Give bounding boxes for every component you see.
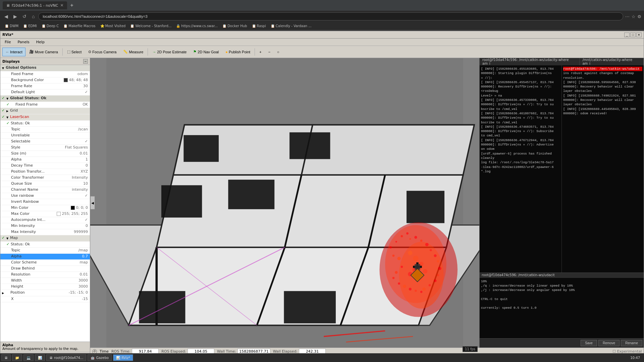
toolbar-interact-btn[interactable]: ↔ Interact — [2, 48, 25, 56]
taskbar-terminal[interactable]: 💻 — [23, 354, 34, 361]
tree-ls-max-intensity[interactable]: Max Intensity 999999 — [0, 229, 90, 235]
tree-fixed-frame[interactable]: Fixed Frame odom — [0, 71, 90, 77]
tree-ls-rainbow[interactable]: Use rainbow ✓ — [0, 193, 90, 199]
displays-tree[interactable]: ▼ Global Options Fixed Frame odom Backgr… — [0, 65, 90, 342]
taskbar-rviz-item[interactable]: 📊 RViz* — [113, 354, 133, 361]
tree-map-color-scheme[interactable]: Color Scheme map — [0, 260, 90, 266]
tree-grid[interactable]: ✓ ▶ Grid — [0, 108, 90, 114]
expand-global-options-icon[interactable]: ▼ — [1, 65, 5, 71]
settings-icon[interactable]: ⚙ — [637, 14, 641, 19]
bookmark-edmi[interactable]: 📋EDMI — [21, 24, 39, 28]
tree-map-alpha[interactable]: Alpha 0.7 — [0, 254, 90, 260]
tree-ls-color-transform[interactable]: Color Transformer Intensity — [0, 175, 90, 181]
menu-help[interactable]: Help — [33, 39, 48, 45]
toolbar-focus-btn[interactable]: ⊙ Focus Camera — [85, 48, 119, 56]
tree-map-resolution[interactable]: Resolution 0.01 — [0, 272, 90, 278]
tree-map-pos-x[interactable]: X -15 — [0, 296, 90, 302]
tree-ls-min-color[interactable]: Min Color 0; 0; 0 — [0, 205, 90, 211]
expand-map-icon[interactable]: ▼ — [5, 236, 9, 241]
tree-ls-unreliable[interactable]: Unreliable — [0, 133, 90, 139]
tree-default-light[interactable]: Default Light ✓ — [0, 89, 90, 96]
tree-ls-pos-transform[interactable]: Position Transfor... XYZ — [0, 169, 90, 175]
tree-map-draw-behind[interactable]: Draw Behind — [0, 266, 90, 272]
terminal-tab-2[interactable]: /mnt/catkin-ws/udacity-where am_i — [580, 58, 644, 65]
expand-grid-icon[interactable]: ▶ — [5, 108, 9, 114]
expand-position-icon[interactable]: ▶ — [1, 290, 5, 296]
terminal-left-pane[interactable]: [ INFO] [1582886635.455183685, 813.784 0… — [480, 65, 562, 273]
bookmark-docker[interactable]: 📋Docker Hub — [220, 24, 249, 28]
rviz-maximize-btn[interactable]: □ — [630, 33, 636, 37]
tree-ls-status[interactable]: ✓ Status: Ok — [0, 121, 90, 127]
home-button[interactable]: ⌂ — [30, 13, 36, 20]
toolbar-minus-btn[interactable]: − — [265, 48, 273, 56]
tree-map-topic[interactable]: Topic /map — [0, 248, 90, 254]
tree-ls-style[interactable]: Style Flat Squares — [0, 145, 90, 151]
taskbar-terminal-item[interactable]: 🖥 root@f10da474... — [46, 354, 86, 361]
bookmark-makefile[interactable]: 📋Makefile Macros — [61, 24, 97, 28]
bottom-terminal[interactable]: 10% ,/q : increase/decrease only linear … — [480, 278, 644, 338]
url-bar[interactable] — [38, 12, 623, 20]
toolbar-select-btn[interactable]: ⬚ Select — [64, 48, 85, 56]
forward-button[interactable]: ▶ — [12, 13, 19, 20]
toolbar-circle-btn[interactable]: ○ — [274, 48, 282, 56]
bookmark-deepc[interactable]: 📋Deep C — [40, 24, 61, 28]
taskbar-gazebo-item[interactable]: 🤖 Gazebo — [88, 354, 112, 361]
toolbar-plus-btn[interactable]: + — [256, 48, 264, 56]
viewport-collapse-arrow[interactable]: ◀ — [90, 196, 95, 209]
tree-ls-selectable[interactable]: Selectable ✓ — [0, 139, 90, 145]
tree-ls-channel[interactable]: Channel Name intensity — [0, 187, 90, 193]
3d-viewport[interactable]: ◀ — [90, 58, 479, 348]
back-button[interactable]: ◀ — [3, 13, 10, 20]
tree-map[interactable]: ✓ ▼ Map — [0, 235, 90, 242]
tree-ls-autocompute[interactable]: Autocompute Int... ✓ — [0, 217, 90, 223]
taskbar-rviz-icon[interactable]: 📊 — [35, 354, 45, 361]
menu-file[interactable]: File — [2, 39, 14, 45]
toolbar-nav-goal-btn[interactable]: ⚑ 2D Nav Goal — [190, 48, 222, 56]
toolbar-move-camera-btn[interactable]: 🎥 Move Camera — [26, 48, 61, 56]
toolbar-measure-btn[interactable]: 📏 Measure — [120, 48, 146, 56]
tree-ls-alpha[interactable]: Alpha 1 — [0, 157, 90, 163]
reload-button[interactable]: ↺ — [21, 13, 28, 20]
bookmark-most-visited[interactable]: ⭐Most Visited — [98, 24, 128, 28]
expand-global-status-icon[interactable]: ▼ — [5, 96, 9, 101]
bookmark-cs-swar[interactable]: 🔒https://www.cs.swar... — [174, 24, 220, 28]
bookmark-welcome[interactable]: 📋Welcome - Stanford... — [128, 24, 173, 28]
tree-map-position[interactable]: ▶ Position -15; -15; 0 — [0, 290, 90, 296]
terminal-tab-1[interactable]: root@f10da474c596: /mnt/catkin-ws/udacit… — [480, 58, 580, 65]
toolbar-pose-estimate-btn[interactable]: → 2D Pose Estimate — [149, 48, 190, 56]
tree-map-status[interactable]: ✓ Status: Ok — [0, 242, 90, 248]
tree-bg-color[interactable]: Background Color 48; 48; 48 — [0, 77, 90, 83]
tree-ls-queue[interactable]: Queue Size 10 — [0, 181, 90, 187]
map-visualization[interactable] — [90, 58, 479, 348]
tree-laserscan[interactable]: ✓ ▼ LaserScan — [0, 114, 90, 121]
rviz-close-btn[interactable]: ✕ — [636, 33, 642, 37]
expand-laserscan-icon[interactable]: ▼ — [5, 115, 9, 120]
toolbar-publish-point-btn[interactable]: ● Publish Point — [222, 48, 253, 56]
bookmark-dwm[interactable]: 📋DWM — [3, 24, 20, 28]
tree-global-options[interactable]: ▼ Global Options — [0, 65, 90, 71]
tree-ls-decay[interactable]: Decay Time 0 — [0, 163, 90, 169]
terminal-save-btn[interactable]: Save — [581, 340, 597, 346]
tree-frame-rate[interactable]: Frame Rate 30 — [0, 83, 90, 89]
bookmark-calendly[interactable]: 📋Calendly - Vardaan ... — [269, 24, 314, 28]
tree-global-status-fixed-frame[interactable]: ✓ Fixed Frame OK — [0, 102, 90, 108]
extensions-icon[interactable]: ⋯ — [625, 14, 630, 19]
new-tab-button[interactable]: + — [68, 2, 75, 8]
tree-ls-max-color[interactable]: Max Color 255; 255; 255 — [0, 211, 90, 217]
tree-ls-min-intensity[interactable]: Min Intensity 0 — [0, 223, 90, 229]
taskbar-file-manager[interactable]: 📁 — [12, 354, 22, 361]
terminal-right-pane[interactable]: root@f10da474c596: /mnt/catkin-ws/udacit… — [562, 65, 644, 273]
tree-map-width[interactable]: Width 3000 — [0, 278, 90, 284]
tab-close-btn[interactable]: ✕ — [60, 3, 63, 8]
menu-panels[interactable]: Panels — [14, 39, 32, 45]
rviz-minimize-btn[interactable]: _ — [624, 33, 630, 37]
bookmark-icon[interactable]: ☆ — [632, 14, 636, 19]
tree-global-status[interactable]: ✓ ▼ Global Status: Ok — [0, 96, 90, 102]
bookmark-raspi[interactable]: 📋Raspi — [250, 24, 268, 28]
terminal-remove-btn[interactable]: Remove — [598, 340, 620, 346]
tree-ls-topic[interactable]: Topic /scan — [0, 127, 90, 133]
panel-toggle-btn[interactable]: − — [83, 59, 88, 64]
active-tab[interactable]: 🖥 f10da474c596:1 - noVNC ✕ — [3, 1, 67, 9]
terminal-rename-btn[interactable]: Rename — [621, 340, 642, 346]
taskbar-show-desktop[interactable]: 🖥 — [1, 354, 11, 361]
